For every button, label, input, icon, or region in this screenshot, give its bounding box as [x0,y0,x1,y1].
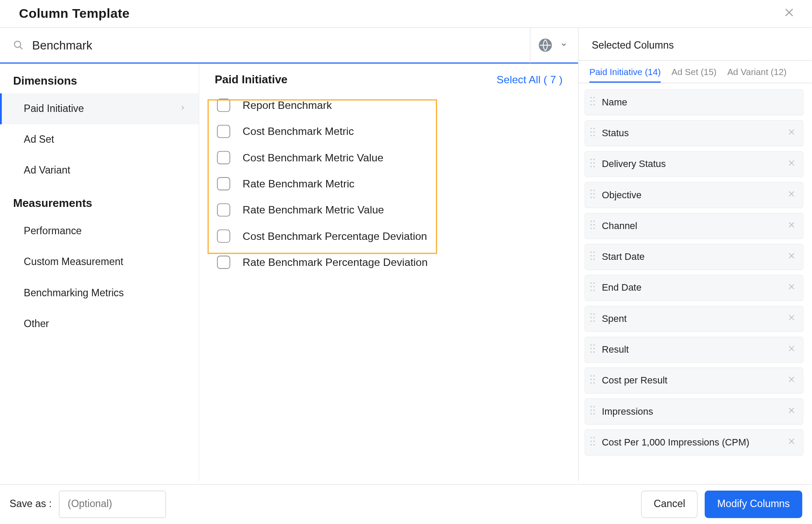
option-row[interactable]: Rate Benchmark Metric [213,170,578,196]
remove-column-button[interactable] [787,190,796,200]
svg-point-13 [593,135,595,136]
remove-column-button[interactable] [787,314,796,324]
sidebar-item-paid-initiative[interactable]: Paid Initiative [0,93,199,124]
drag-handle-icon[interactable] [590,344,596,355]
save-as-input[interactable] [59,491,166,518]
svg-point-41 [593,286,595,287]
option-checkbox[interactable] [217,125,230,138]
option-checkbox[interactable] [217,151,230,164]
option-checkbox[interactable] [217,256,230,269]
selected-column-item[interactable]: Cost Per 1,000 Impressions (CPM) [585,429,804,455]
remove-column-button[interactable] [787,221,796,232]
option-row[interactable]: Report Benchmark [213,92,578,118]
svg-point-73 [593,444,595,445]
svg-point-66 [590,413,592,415]
svg-point-70 [590,441,592,442]
scope-dropdown[interactable] [530,27,578,63]
search-input[interactable] [32,31,530,59]
remove-column-button[interactable] [787,282,796,293]
option-row[interactable]: Cost Benchmark Metric [213,118,578,144]
svg-point-61 [593,382,595,383]
drag-handle-icon[interactable] [590,282,596,294]
selected-column-item[interactable]: Start Date [585,244,804,270]
sidebar-item-performance[interactable]: Performance [0,216,199,247]
sidebar-item-benchmarking-metrics[interactable]: Benchmarking Metrics [0,278,199,308]
sidebar-item-other[interactable]: Other [0,309,199,340]
remove-column-button[interactable] [787,375,796,386]
svg-point-35 [593,255,595,256]
svg-point-42 [590,289,592,291]
option-label: Rate Benchmark Metric Value [242,204,384,216]
option-checkbox[interactable] [217,203,230,216]
option-checkbox[interactable] [217,229,230,242]
drag-handle-icon[interactable] [590,96,596,108]
svg-point-26 [590,220,592,222]
option-checkbox[interactable] [217,177,230,190]
option-label: Cost Benchmark Metric Value [242,151,383,164]
remove-column-button[interactable] [787,252,796,262]
sidebar-item-custom-measurement[interactable]: Custom Measurement [0,247,199,278]
svg-point-34 [590,255,592,256]
selected-column-label: End Date [602,282,787,293]
svg-point-28 [590,224,592,226]
option-row[interactable]: Rate Benchmark Metric Value [213,197,578,223]
drag-handle-icon[interactable] [590,406,596,417]
selected-column-item[interactable]: Spent [585,306,804,332]
selected-column-item[interactable]: Channel [585,213,804,239]
drag-handle-icon[interactable] [590,189,596,201]
selected-column-item[interactable]: Status [585,120,804,146]
option-label: Rate Benchmark Metric [242,177,354,190]
drag-handle-icon[interactable] [590,127,596,139]
svg-point-29 [593,224,595,226]
drag-handle-icon[interactable] [590,313,596,324]
selected-column-label: Delivery Status [602,159,787,170]
remove-column-button[interactable] [787,344,796,355]
sidebar-item-ad-variant[interactable]: Ad Variant [0,155,199,186]
drag-handle-icon[interactable] [590,220,596,232]
selected-column-item[interactable]: Delivery Status [585,151,804,177]
remove-column-button[interactable] [787,159,796,170]
selected-column-item[interactable]: Name [585,89,804,115]
selected-column-item[interactable]: Result [585,337,804,363]
sidebar-item-label: Ad Variant [24,165,70,177]
svg-point-64 [590,409,592,411]
select-all-link[interactable]: Select All ( 7 ) [497,73,563,86]
svg-point-18 [590,166,592,167]
tab-ad[interactable]: Ad Variant (12) [727,67,787,83]
tab-ad[interactable]: Ad Set (15) [671,67,717,83]
sidebar-item-ad-set[interactable]: Ad Set [0,124,199,155]
svg-point-63 [593,406,595,407]
svg-point-33 [593,252,595,253]
drag-handle-icon[interactable] [590,436,596,448]
svg-point-31 [593,228,595,229]
svg-point-47 [593,317,595,318]
svg-point-46 [590,317,592,318]
dialog-title: Column Template [19,6,130,22]
svg-point-71 [593,441,595,442]
modify-columns-button[interactable]: Modify Columns [705,491,802,518]
remove-column-button[interactable] [787,128,796,139]
option-label: Cost Benchmark Metric [242,125,354,138]
selected-column-item[interactable]: Objective [585,182,804,208]
selected-column-item[interactable]: Impressions [585,399,804,425]
sidebar-item-label: Benchmarking Metrics [24,287,124,299]
cancel-button[interactable]: Cancel [641,491,697,518]
close-icon [783,7,795,18]
option-row[interactable]: Rate Benchmark Percentage Deviation [213,249,578,275]
drag-handle-icon[interactable] [590,251,596,263]
selected-column-item[interactable]: Cost per Result [585,367,804,393]
save-as-label: Save as : [10,498,52,510]
option-row[interactable]: Cost Benchmark Metric Value [213,144,578,170]
svg-point-54 [590,351,592,353]
option-checkbox[interactable] [217,99,230,112]
option-label: Cost Benchmark Percentage Deviation [242,230,427,242]
selected-column-item[interactable]: End Date [585,275,804,301]
svg-point-44 [590,313,592,314]
remove-column-button[interactable] [787,437,796,448]
drag-handle-icon[interactable] [590,158,596,170]
remove-column-button[interactable] [787,406,796,417]
drag-handle-icon[interactable] [590,375,596,386]
tab-paid[interactable]: Paid Initiative (14) [589,67,661,83]
close-button[interactable] [783,7,795,21]
option-row[interactable]: Cost Benchmark Percentage Deviation [213,223,578,249]
